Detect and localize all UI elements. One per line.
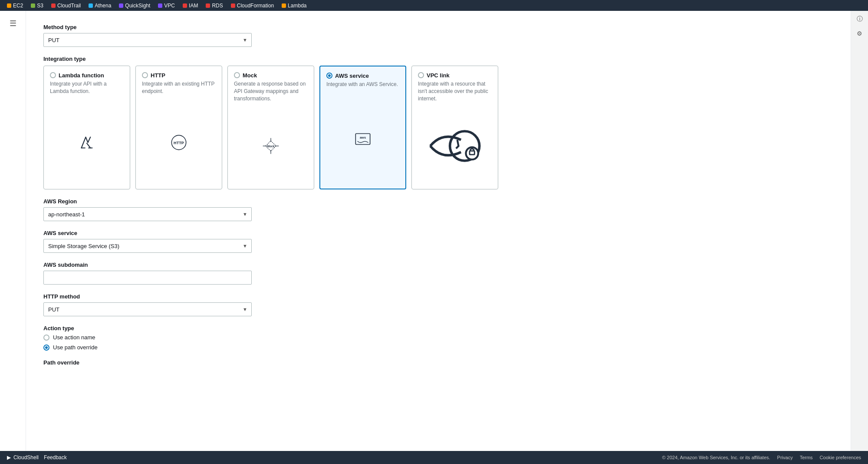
vpc-card-title: VPC link [427, 72, 492, 79]
aws-region-section: AWS Region ap-northeast-1 us-east-1 us-e… [43, 198, 833, 221]
integration-card-aws[interactable]: AWS service Integrate with an AWS Servic… [319, 66, 406, 189]
integration-grid: Lambda function Integrate your API with … [43, 66, 833, 189]
integration-type-section: Integration type Lambda function Integra… [43, 56, 833, 189]
method-type-label: Method type [43, 24, 833, 30]
nav-cloudtrail[interactable]: CloudTrail [48, 2, 84, 10]
vpc-card-icon [418, 109, 492, 183]
radio-http [142, 72, 148, 78]
copyright-text: © 2024, Amazon Web Services, Inc. or its… [662, 455, 770, 460]
cloudtrail-icon [51, 3, 56, 8]
integration-card-mock[interactable]: Mock Generate a response based on API Ga… [227, 66, 314, 189]
nav-rds[interactable]: RDS [202, 2, 226, 10]
cloudshell-label: CloudShell [13, 454, 39, 461]
aws-region-select[interactable]: ap-northeast-1 us-east-1 us-east-2 us-we… [43, 207, 252, 221]
lambda-icon [282, 3, 286, 8]
quicksight-icon [119, 3, 123, 8]
settings-icon[interactable]: ⚙ [857, 30, 862, 37]
svg-text:Mock: Mock [267, 145, 274, 148]
action-type-label: Action type [43, 325, 833, 331]
lambda-card-desc: Integrate your API with a Lambda functio… [50, 80, 124, 95]
aws-region-label: AWS Region [43, 198, 833, 205]
cloudshell-icon: ▶ [7, 454, 11, 461]
menu-icon[interactable]: ☰ [6, 15, 20, 32]
nav-quicksight[interactable]: QuickSight [115, 2, 154, 10]
feedback-label: Feedback [44, 454, 67, 461]
svg-text:aws: aws [360, 136, 366, 139]
integration-card-vpc[interactable]: VPC link Integrate with a resource that … [411, 66, 498, 189]
path-override-option[interactable]: Use path override [43, 344, 833, 351]
nav-ec2[interactable]: EC2 [3, 2, 26, 10]
aws-subdomain-input[interactable] [43, 271, 252, 285]
aws-service-select-wrapper: Simple Storage Service (S3) DynamoDB SNS… [43, 239, 252, 253]
rds-icon [206, 3, 210, 8]
cloudshell-button[interactable]: ▶ CloudShell [7, 454, 39, 461]
radio-mock [234, 72, 240, 78]
aws-card-title: AWS service [335, 73, 399, 79]
athena-icon [89, 3, 93, 8]
mock-card-icon: Mock [234, 109, 308, 183]
method-type-select-wrapper: PUT DELETE GET HEAD OPTIONS PATCH POST ▼ [43, 33, 252, 47]
aws-region-select-wrapper: ap-northeast-1 us-east-1 us-east-2 us-we… [43, 207, 252, 221]
aws-subdomain-section: AWS subdomain [43, 262, 833, 285]
vpc-icon [158, 3, 162, 8]
aws-service-select[interactable]: Simple Storage Service (S3) DynamoDB SNS… [43, 239, 252, 253]
main-content: Method type PUT DELETE GET HEAD OPTIONS … [26, 11, 851, 451]
s3-icon [31, 3, 35, 8]
path-override-section: Path override [43, 359, 833, 366]
integration-card-http[interactable]: HTTP Integrate with an existing HTTP end… [135, 66, 222, 189]
nav-iam[interactable]: IAM [179, 2, 201, 10]
radio-vpc [418, 72, 424, 78]
nav-athena[interactable]: Athena [85, 2, 115, 10]
nav-lambda[interactable]: Lambda [278, 2, 310, 10]
ec2-icon [7, 3, 11, 8]
top-nav: EC2 S3 CloudTrail Athena QuickSight VPC … [0, 0, 868, 11]
radio-lambda [50, 72, 56, 78]
bottom-bar: ▶ CloudShell Feedback © 2024, Amazon Web… [0, 451, 868, 464]
http-card-icon: HTTP [142, 102, 216, 183]
svg-text:HTTP: HTTP [174, 141, 184, 145]
http-method-select[interactable]: PUT DELETE GET HEAD OPTIONS PATCH POST A… [43, 302, 252, 316]
method-type-select[interactable]: PUT DELETE GET HEAD OPTIONS PATCH POST [43, 33, 252, 47]
http-card-desc: Integrate with an existing HTTP endpoint… [142, 80, 216, 95]
nav-cloudformation[interactable]: CloudFormation [227, 2, 277, 10]
app-body: ☰ Method type PUT DELETE GET HEAD OPTION… [0, 11, 868, 451]
integration-card-lambda[interactable]: Lambda function Integrate your API with … [43, 66, 130, 189]
feedback-button[interactable]: Feedback [44, 454, 67, 461]
aws-card-icon: aws [326, 95, 399, 183]
cookie-link[interactable]: Cookie preferences [820, 455, 861, 460]
mock-card-title: Mock [243, 72, 308, 79]
radio-aws [326, 73, 332, 79]
iam-icon [183, 3, 187, 8]
bottom-bar-left: ▶ CloudShell Feedback [7, 454, 67, 461]
path-override-label: Use path override [53, 344, 98, 351]
aws-card-desc: Integrate with an AWS Service. [326, 81, 399, 88]
nav-vpc[interactable]: VPC [155, 2, 178, 10]
method-type-section: Method type PUT DELETE GET HEAD OPTIONS … [43, 24, 833, 47]
privacy-link[interactable]: Privacy [777, 455, 793, 460]
terms-link[interactable]: Terms [800, 455, 813, 460]
action-name-option[interactable]: Use action name [43, 334, 833, 341]
cloudformation-icon [231, 3, 235, 8]
path-override-radio [43, 345, 49, 351]
action-name-label: Use action name [53, 334, 95, 341]
action-type-section: Action type Use action name Use path ove… [43, 325, 833, 351]
http-method-label: HTTP method [43, 293, 833, 300]
integration-type-label: Integration type [43, 56, 833, 62]
sidebar: ☰ [0, 11, 26, 451]
aws-service-label: AWS service [43, 230, 833, 236]
aws-subdomain-label: AWS subdomain [43, 262, 833, 268]
vpc-card-desc: Integrate with a resource that isn't acc… [418, 80, 492, 102]
bottom-bar-right: © 2024, Amazon Web Services, Inc. or its… [662, 455, 861, 460]
right-panel: ⓘ ⚙ [851, 11, 868, 451]
lambda-card-icon [50, 102, 124, 183]
lambda-card-title: Lambda function [59, 72, 124, 79]
http-card-title: HTTP [151, 72, 216, 79]
info-icon[interactable]: ⓘ [857, 15, 863, 23]
nav-s3[interactable]: S3 [27, 2, 47, 10]
http-method-select-wrapper: PUT DELETE GET HEAD OPTIONS PATCH POST A… [43, 302, 252, 316]
http-method-section: HTTP method PUT DELETE GET HEAD OPTIONS … [43, 293, 833, 316]
action-name-radio [43, 335, 49, 341]
path-override-section-label: Path override [43, 359, 833, 366]
action-type-radio-group: Use action name Use path override [43, 334, 833, 351]
aws-service-section: AWS service Simple Storage Service (S3) … [43, 230, 833, 253]
